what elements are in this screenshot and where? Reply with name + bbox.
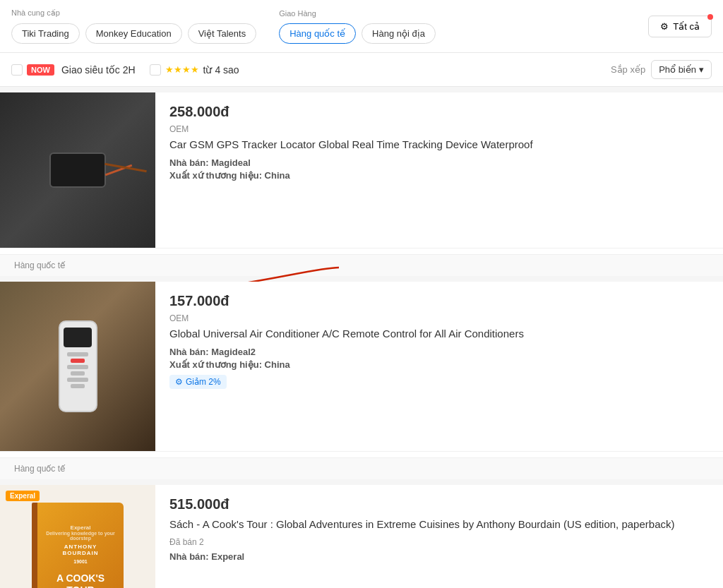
product-info-2: 157.000đ OEM Global Universal Air Condit… bbox=[155, 282, 723, 451]
seller-label-3: Nhà bán: bbox=[169, 551, 209, 562]
seller-name-2: Magideal2 bbox=[211, 347, 256, 357]
product-title-2[interactable]: Global Universal Air Conditioner A/C Rem… bbox=[169, 326, 709, 341]
card-wrapper-2: 157.000đ OEM Global Universal Air Condit… bbox=[0, 282, 723, 479]
stars-checkbox[interactable] bbox=[150, 64, 161, 76]
product-brand-2: OEM bbox=[169, 313, 709, 323]
filter-button[interactable]: ⚙ Tất cả bbox=[648, 16, 712, 37]
supplier-monkey[interactable]: Monkey Education bbox=[85, 23, 182, 44]
product-seller-1: Nhà bán: Magideal bbox=[169, 157, 709, 168]
card-wrapper-3: Experal Delivering knowledge to your doo… bbox=[0, 485, 723, 588]
seller-label-2: Nhà bán: bbox=[169, 347, 209, 357]
shipping-tag-1: Hàng quốc tế bbox=[0, 254, 723, 276]
shipping-international[interactable]: Hàng quốc tế bbox=[279, 23, 356, 44]
product-card-1[interactable]: 258.000đ OEM Car GSM GPS Tracker Locator… bbox=[0, 92, 723, 248]
seller-name-3: Experal bbox=[211, 551, 244, 562]
stars-label: từ 4 sao bbox=[203, 64, 239, 76]
product-list: 258.000đ OEM Car GSM GPS Tracker Locator… bbox=[0, 87, 723, 588]
origin-name-2: China bbox=[265, 359, 290, 370]
stars-display: ★★★★ bbox=[165, 64, 199, 75]
product-origin-2: Xuất xứ thương hiệu: China bbox=[169, 359, 709, 370]
shipping-group: Giao Hàng Hàng quốc tế Hàng nội địa bbox=[279, 9, 436, 44]
shipping-label: Giao Hàng bbox=[279, 9, 436, 18]
filter-icon: ⚙ bbox=[660, 21, 669, 32]
product-image-3: Experal Delivering knowledge to your doo… bbox=[0, 485, 155, 588]
product-seller-3: Nhà bán: Experal bbox=[169, 551, 709, 562]
stars-filter[interactable]: ★★★★ từ 4 sao bbox=[150, 64, 239, 76]
now-checkbox[interactable] bbox=[11, 64, 23, 76]
origin-label-2: Xuất xứ thương hiệu: bbox=[169, 359, 262, 370]
shipping-domestic[interactable]: Hàng nội địa bbox=[362, 23, 436, 44]
product-title-1[interactable]: Car GSM GPS Tracker Locator Global Real … bbox=[169, 137, 709, 152]
filter-dot bbox=[707, 14, 713, 20]
card-wrapper-1: 258.000đ OEM Car GSM GPS Tracker Locator… bbox=[0, 92, 723, 276]
product-card-2[interactable]: 157.000đ OEM Global Universal Air Condit… bbox=[0, 282, 723, 452]
product-image-1 bbox=[0, 92, 155, 248]
sort-option: Phổ biến bbox=[659, 64, 696, 75]
supplier-label: Nhà cung cấp bbox=[11, 8, 256, 18]
fast-delivery-label: Giao siêu tốc 2H bbox=[61, 64, 136, 76]
supplier-viet[interactable]: Việt Talents bbox=[188, 23, 257, 44]
discount-badge-2: ⚙ Giảm 2% bbox=[169, 375, 227, 389]
filter-label: Tất cả bbox=[673, 21, 700, 32]
origin-label-1: Xuất xứ thương hiệu: bbox=[169, 170, 262, 181]
supplier-group: Nhà cung cấp Tiki Trading Monkey Educati… bbox=[11, 8, 256, 44]
product-origin-1: Xuất xứ thương hiệu: China bbox=[169, 170, 709, 181]
product-info-3: 515.000đ Sách - A Cook's Tour : Global A… bbox=[155, 485, 723, 588]
now-filter[interactable]: NOW Giao siêu tốc 2H bbox=[11, 64, 136, 76]
product-price-2: 157.000đ bbox=[169, 293, 709, 309]
sort-label: Sắp xếp bbox=[611, 64, 645, 75]
product-price-1: 258.000đ bbox=[169, 104, 709, 120]
secondary-bar: NOW Giao siêu tốc 2H ★★★★ từ 4 sao Sắp x… bbox=[0, 53, 723, 87]
product-image-2 bbox=[0, 282, 155, 451]
product-seller-2: Nhà bán: Magideal2 bbox=[169, 347, 709, 357]
product-brand-1: OEM bbox=[169, 124, 709, 134]
product-price-3: 515.000đ bbox=[169, 496, 709, 512]
sold-count-3: Đã bán 2 bbox=[169, 537, 709, 547]
product-card-3[interactable]: Experal Delivering knowledge to your doo… bbox=[0, 485, 723, 588]
sort-chevron-icon: ▾ bbox=[699, 64, 704, 75]
seller-label-1: Nhà bán: bbox=[169, 157, 209, 168]
top-bar: Nhà cung cấp Tiki Trading Monkey Educati… bbox=[0, 0, 723, 53]
discount-icon: ⚙ bbox=[175, 377, 183, 387]
product-info-1: 258.000đ OEM Car GSM GPS Tracker Locator… bbox=[155, 92, 723, 248]
seller-name-1: Magideal bbox=[211, 157, 251, 168]
sort-select[interactable]: Phổ biến ▾ bbox=[651, 60, 712, 79]
discount-text-2: Giảm 2% bbox=[186, 377, 221, 387]
shipping-tag-2: Hàng quốc tế bbox=[0, 457, 723, 479]
origin-name-1: China bbox=[265, 170, 290, 181]
product-title-3[interactable]: Sách - A Cook's Tour : Global Adventures… bbox=[169, 517, 709, 532]
supplier-tiki[interactable]: Tiki Trading bbox=[11, 23, 80, 44]
now-badge: NOW bbox=[27, 64, 54, 76]
